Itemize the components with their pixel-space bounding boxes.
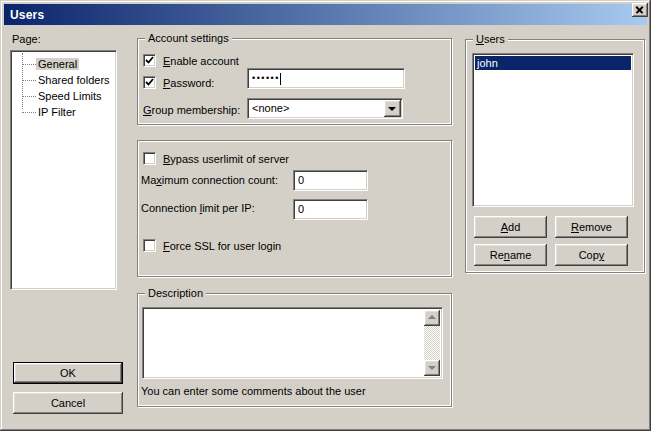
description-hint: You can enter some comments about the us…: [141, 385, 366, 397]
text-caret: [280, 73, 281, 85]
description-textarea[interactable]: [142, 307, 443, 379]
dropdown-button[interactable]: [384, 100, 401, 117]
users-list[interactable]: john: [472, 53, 634, 207]
list-item-user[interactable]: john: [475, 56, 631, 70]
checkmark-icon: [145, 78, 154, 87]
arrow-up-icon: [428, 315, 436, 319]
page-tree[interactable]: General Shared folders Speed Limits IP F…: [10, 50, 117, 290]
scroll-down-button[interactable]: [424, 360, 440, 376]
users-title: Users: [473, 33, 508, 45]
password-checkbox[interactable]: [143, 76, 156, 89]
tree-item-speed-limits[interactable]: Speed Limits: [11, 88, 116, 104]
tree-connector: [22, 112, 36, 113]
add-button[interactable]: Add: [474, 216, 547, 238]
arrow-down-icon: [428, 366, 436, 370]
bypass-userlimit-label: Bypass userlimit of server: [163, 153, 289, 165]
force-ssl-checkbox[interactable]: [143, 239, 156, 252]
description-title: Description: [145, 287, 206, 299]
close-button[interactable]: [632, 3, 648, 17]
vertical-scrollbar[interactable]: [424, 310, 440, 376]
account-settings-title: Account settings: [145, 32, 232, 44]
force-ssl-label: Force SSL for user login: [163, 240, 281, 252]
password-label: Password:: [163, 77, 214, 89]
bypass-userlimit-checkbox[interactable]: [143, 152, 156, 165]
tree-connector: [22, 64, 36, 65]
password-input[interactable]: ••••••: [247, 68, 405, 89]
copy-button[interactable]: Copy: [555, 244, 628, 266]
tree-connector: [22, 80, 36, 81]
group-membership-label: Group membership:: [143, 104, 240, 116]
tree-connector: [22, 96, 36, 97]
cancel-button[interactable]: Cancel: [13, 392, 123, 414]
enable-account-label: Enable account: [163, 55, 239, 67]
ip-limit-label: Connection limit per IP:: [141, 202, 255, 214]
users-dialog: Users Page: General Shared folders Speed…: [0, 0, 651, 431]
tree-item-shared-folders[interactable]: Shared folders: [11, 72, 116, 88]
group-membership-select[interactable]: <none>: [247, 98, 403, 119]
window-title: Users: [4, 8, 44, 22]
rename-button[interactable]: Rename: [474, 244, 547, 266]
ok-button[interactable]: OK: [13, 362, 123, 384]
scroll-up-button[interactable]: [424, 310, 440, 326]
max-connections-label: Maximum connection count:: [141, 174, 278, 186]
ip-limit-input[interactable]: 0: [293, 199, 368, 220]
enable-account-checkbox[interactable]: [143, 54, 156, 67]
page-label: Page:: [12, 33, 41, 45]
chevron-down-icon: [388, 107, 396, 111]
tree-item-ip-filter[interactable]: IP Filter: [11, 104, 116, 120]
max-connections-input[interactable]: 0: [293, 170, 368, 191]
remove-button[interactable]: Remove: [555, 216, 628, 238]
checkmark-icon: [145, 56, 154, 65]
close-icon: [636, 6, 644, 14]
titlebar[interactable]: Users: [4, 4, 647, 25]
tree-item-general[interactable]: General: [11, 56, 116, 72]
